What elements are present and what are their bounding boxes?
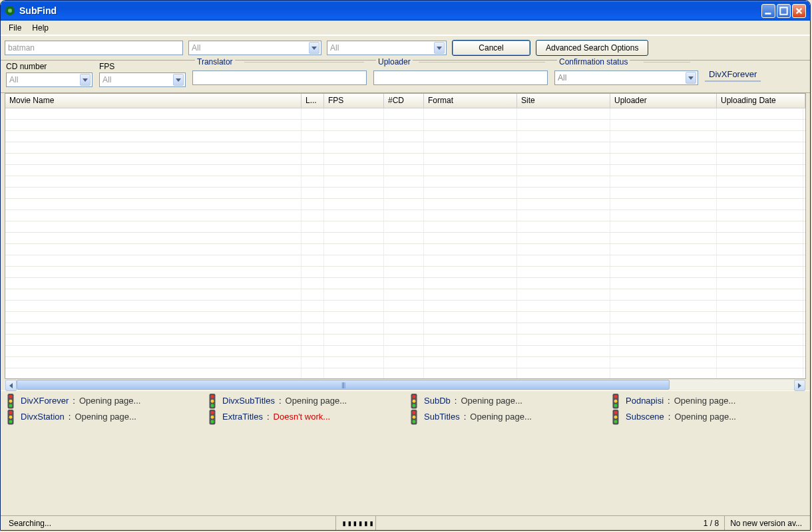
- site-status: Opening page...: [286, 396, 347, 406]
- cd-number-combo[interactable]: All: [6, 72, 93, 87]
- site-status: Opening page...: [75, 412, 136, 422]
- cancel-button[interactable]: Cancel: [452, 40, 530, 56]
- table-row[interactable]: [5, 210, 805, 221]
- svg-point-25: [211, 411, 214, 414]
- scroll-left-button[interactable]: [5, 380, 17, 391]
- svg-point-18: [614, 400, 618, 403]
- svg-point-10: [211, 400, 214, 403]
- svg-point-17: [614, 395, 618, 398]
- translator-legend: Translator: [195, 57, 235, 66]
- table-row[interactable]: [5, 233, 805, 244]
- table-row[interactable]: [5, 301, 805, 312]
- site-status-item: SubTitles : Opening page...: [408, 410, 604, 423]
- svg-point-7: [9, 404, 13, 408]
- svg-point-11: [211, 404, 214, 408]
- scroll-right-button[interactable]: [794, 380, 805, 391]
- search-input[interactable]: [5, 41, 183, 55]
- svg-point-14: [413, 400, 416, 403]
- table-row[interactable]: [5, 131, 805, 142]
- advanced-search-button[interactable]: Advanced Search Options: [536, 40, 648, 56]
- site-name: Podnapisi: [626, 396, 664, 406]
- table-row[interactable]: [5, 154, 805, 165]
- minimize-button[interactable]: [761, 4, 775, 18]
- traffic-light-icon: [5, 394, 17, 407]
- chevron-down-icon: [309, 42, 319, 54]
- window-title: SubFind: [19, 5, 761, 16]
- close-button[interactable]: [792, 4, 806, 18]
- table-row[interactable]: [5, 120, 805, 131]
- svg-point-15: [413, 404, 416, 408]
- site-name: DivXForever: [21, 396, 69, 406]
- titlebar[interactable]: SubFind: [1, 1, 810, 21]
- menu-file[interactable]: File: [3, 22, 27, 34]
- menu-help[interactable]: Help: [27, 22, 54, 34]
- site-status-item: Subscene : Opening page...: [610, 410, 806, 423]
- chevron-down-icon: [434, 42, 445, 54]
- scroll-track[interactable]: ||||: [17, 380, 794, 390]
- status-version: No new version av...: [725, 516, 807, 530]
- table-row[interactable]: [5, 165, 805, 176]
- col-language[interactable]: L...: [302, 94, 324, 108]
- chevron-down-icon: [80, 74, 91, 86]
- site-combo[interactable]: All: [327, 41, 447, 55]
- scroll-thumb[interactable]: ||||: [17, 380, 670, 390]
- active-site-tab[interactable]: DivXForever: [705, 68, 761, 82]
- site-status-item: DivXForever : Opening page...: [5, 394, 201, 407]
- svg-point-31: [413, 420, 416, 424]
- svg-point-13: [413, 395, 416, 398]
- site-name: SubTitles: [424, 412, 460, 422]
- site-status: Opening page...: [79, 396, 141, 406]
- col-site[interactable]: Site: [517, 94, 610, 108]
- table-row[interactable]: [5, 221, 805, 233]
- table-row[interactable]: [5, 312, 805, 323]
- status-text: Searching...: [3, 516, 336, 530]
- site-status-item: DivxStation : Opening page...: [5, 410, 201, 423]
- table-row[interactable]: [5, 346, 805, 357]
- table-row[interactable]: [5, 142, 805, 154]
- table-row[interactable]: [5, 199, 805, 210]
- filter-bar: CD number All FPS All Translator Uploade…: [1, 61, 810, 93]
- grid-body[interactable]: [5, 108, 805, 378]
- app-window: SubFind File Help All All Cancel Advance…: [0, 0, 811, 531]
- col-uploader[interactable]: Uploader: [610, 94, 717, 108]
- site-name: DivxSubTitles: [222, 396, 275, 406]
- table-row[interactable]: [5, 357, 805, 368]
- traffic-light-icon: [408, 394, 420, 407]
- language-combo[interactable]: All: [188, 41, 321, 55]
- maximize-button[interactable]: [777, 4, 791, 18]
- table-row[interactable]: [5, 368, 805, 378]
- col-cd[interactable]: #CD: [384, 94, 424, 108]
- chevron-down-icon: [173, 74, 184, 86]
- horizontal-scrollbar[interactable]: ||||: [5, 379, 806, 390]
- table-row[interactable]: [5, 278, 805, 289]
- col-uploading-date[interactable]: Uploading Date: [717, 94, 805, 108]
- uploader-legend: Uploader: [376, 57, 413, 66]
- svg-point-1: [8, 9, 12, 13]
- col-fps[interactable]: FPS: [324, 94, 384, 108]
- svg-point-33: [614, 411, 618, 414]
- table-row[interactable]: [5, 244, 805, 255]
- status-progress: ▮▮▮▮▮▮: [336, 516, 376, 530]
- table-row[interactable]: [5, 188, 805, 199]
- svg-point-27: [211, 420, 214, 424]
- site-value: All: [330, 43, 339, 53]
- confirmation-combo[interactable]: All: [554, 70, 698, 85]
- col-movie-name[interactable]: Movie Name: [5, 94, 302, 108]
- fps-combo[interactable]: All: [99, 72, 186, 87]
- col-format[interactable]: Format: [424, 94, 517, 108]
- translator-input[interactable]: [192, 70, 367, 85]
- uploader-input[interactable]: [373, 70, 548, 85]
- site-status: Opening page...: [674, 396, 736, 406]
- svg-point-35: [614, 420, 618, 424]
- table-row[interactable]: [5, 334, 805, 346]
- table-row[interactable]: [5, 289, 805, 301]
- table-row[interactable]: [5, 323, 805, 334]
- table-row[interactable]: [5, 255, 805, 267]
- table-row[interactable]: [5, 108, 805, 120]
- statusbar: Searching... ▮▮▮▮▮▮ 1 / 8 No new version…: [1, 515, 810, 530]
- svg-rect-3: [780, 7, 787, 14]
- confirmation-legend: Confirmation status: [557, 57, 630, 66]
- table-row[interactable]: [5, 267, 805, 278]
- site-status-item: DivxSubTitles : Opening page...: [206, 394, 403, 407]
- table-row[interactable]: [5, 176, 805, 188]
